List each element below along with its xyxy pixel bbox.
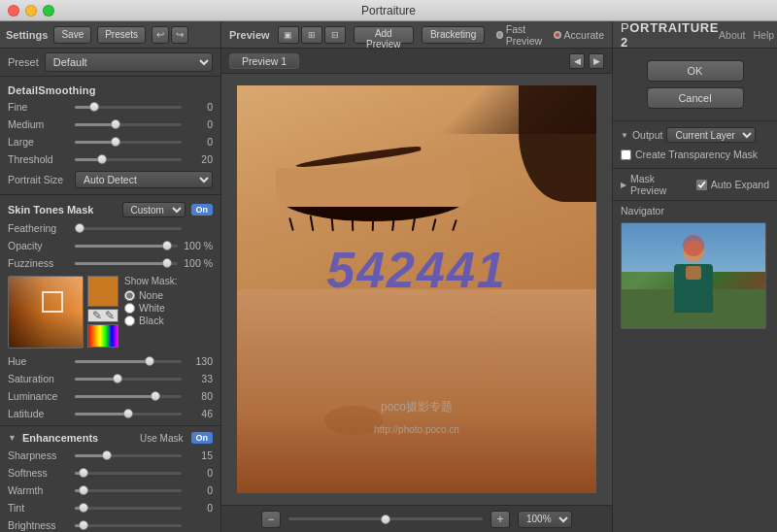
show-mask-white[interactable]: White [124,302,165,314]
zoom-minus-button[interactable]: − [261,511,281,528]
skin-on-badge: On [191,204,214,216]
skin-tones-header: Skin Tones Mask Custom On [0,198,220,219]
feathering-slider[interactable] [75,227,182,230]
create-transparency-label: Create Transparency Mask [635,149,758,160]
warmth-row: Warmth 0 [0,482,220,499]
create-transparency-checkbox[interactable] [621,150,631,160]
about-link[interactable]: About [719,29,745,41]
preview-tab-bar: Preview 1 ◀ ▶ [221,49,612,74]
bracketing-button[interactable]: Bracketing [422,26,485,44]
luminance-row: Luminance 80 [0,387,220,405]
softness-label: Softness [8,467,71,479]
large-slider[interactable] [75,141,182,144]
saturation-slider[interactable] [75,378,182,381]
zoom-select[interactable]: 100% [518,511,572,528]
output-triangle-icon: ▼ [621,131,628,140]
add-preview-button[interactable]: Add Preview [354,26,414,44]
fast-preview-option[interactable]: Fast Preview [496,23,543,47]
traffic-lights [8,5,54,17]
medium-value: 0 [186,118,213,130]
overlay-number: 542441 [326,241,507,299]
undo-button[interactable]: ↩ [152,26,169,44]
eyedropper-button-2[interactable]: ✎ [105,309,115,322]
next-nav-button[interactable]: ▶ [589,53,604,69]
help-link[interactable]: Help [754,29,775,41]
left-panel: Settings Save Presets ↩ ↪ Preset Default… [0,21,221,532]
preset-row: Preset Default [0,49,220,77]
maximize-button[interactable] [43,5,54,17]
preview-toolbar: Preview ▣ ⊞ ⊟ Add Preview Bracketing Fas… [221,21,612,49]
latitude-slider[interactable] [75,413,182,416]
skin-tones-label: Skin Tones Mask [8,204,117,216]
sharpness-slider[interactable] [75,454,182,457]
preview-multi-icon[interactable]: ⊟ [324,26,346,44]
watermark-text: poco摄影专题 [381,399,453,416]
navigator-label: Navigator [621,205,769,216]
redo-button[interactable]: ↪ [171,26,188,44]
threshold-label: Threshold [8,153,71,165]
luminance-label: Luminance [8,390,71,402]
warmth-slider[interactable] [75,489,182,492]
show-mask-black[interactable]: Black [124,315,164,326]
luminance-slider[interactable] [75,395,182,398]
use-mask-label: Use Mask [140,433,183,444]
fuzziness-row: Fuzziness 100 % [0,254,220,272]
portraiture-title: PORTRAITURE 2 [621,20,719,50]
color-gradient[interactable] [8,276,84,349]
hue-slider[interactable] [75,360,182,363]
medium-slider[interactable] [75,123,182,126]
saturation-row: Saturation 33 [0,370,220,387]
presets-button[interactable]: Presets [97,26,146,44]
preview-tab-1[interactable]: Preview 1 [229,53,299,69]
medium-row: Medium 0 [0,116,220,133]
enhancements-triangle: ▼ [8,433,17,443]
preview-split-icon[interactable]: ⊞ [301,26,322,44]
luminance-value: 80 [186,390,213,402]
right-menu-links: About Help [719,29,774,41]
zoom-slider[interactable] [288,517,483,520]
window-title: Portraiture [361,4,416,17]
saturation-value: 33 [186,373,213,384]
preset-label: Preset [8,56,39,68]
softness-slider[interactable] [75,472,182,475]
ok-button[interactable]: OK [647,60,744,82]
fuzziness-value: 100 % [182,257,213,269]
skin-custom-select[interactable]: Custom [122,202,186,217]
close-button[interactable] [8,5,19,17]
softness-row: Softness 0 [0,464,220,482]
fuzziness-slider[interactable] [75,262,178,265]
prev-nav-button[interactable]: ◀ [569,53,585,69]
portrait-size-select[interactable]: Auto Detect [75,171,213,188]
opacity-row: Opacity 100 % [0,237,220,254]
sharpness-value: 15 [186,449,213,461]
preview-area: Preview ▣ ⊞ ⊟ Add Preview Bracketing Fas… [221,21,612,532]
threshold-slider[interactable] [75,158,182,161]
enhancements-label: Enhancements [22,432,136,444]
brightness-slider[interactable] [75,524,182,527]
enhancements-header: ▼ Enhancements Use Mask On [0,429,220,447]
minimize-button[interactable] [25,5,37,17]
opacity-slider[interactable] [75,245,178,248]
output-layer-select[interactable]: Current Layer [666,127,756,143]
output-label: Output [632,129,663,141]
tint-slider[interactable] [75,507,182,510]
fine-slider[interactable] [75,106,182,109]
zoom-plus-button[interactable]: + [490,511,510,528]
feathering-row: Feathering [0,219,220,237]
brightness-label: Brightness [8,519,71,531]
show-mask-none[interactable]: None [124,289,163,301]
tint-value: 0 [186,502,213,514]
preview-image-container[interactable]: 542441 poco摄影专题 http://photo.poco.cn [221,74,612,505]
medium-label: Medium [8,118,71,130]
output-section: ▼ Output Current Layer Create Transparen… [613,121,777,169]
navigator-thumbnail[interactable] [621,222,766,329]
title-bar: Portraiture [0,0,777,21]
eyedropper-button-1[interactable]: ✎ [92,309,102,322]
preview-single-icon[interactable]: ▣ [278,26,299,44]
save-button[interactable]: Save [53,26,91,44]
auto-expand-checkbox[interactable] [696,180,707,190]
cancel-button[interactable]: Cancel [647,87,744,109]
accurate-option[interactable]: Accurate [554,29,604,41]
fine-value: 0 [186,101,213,113]
preset-select[interactable]: Default [45,52,213,72]
